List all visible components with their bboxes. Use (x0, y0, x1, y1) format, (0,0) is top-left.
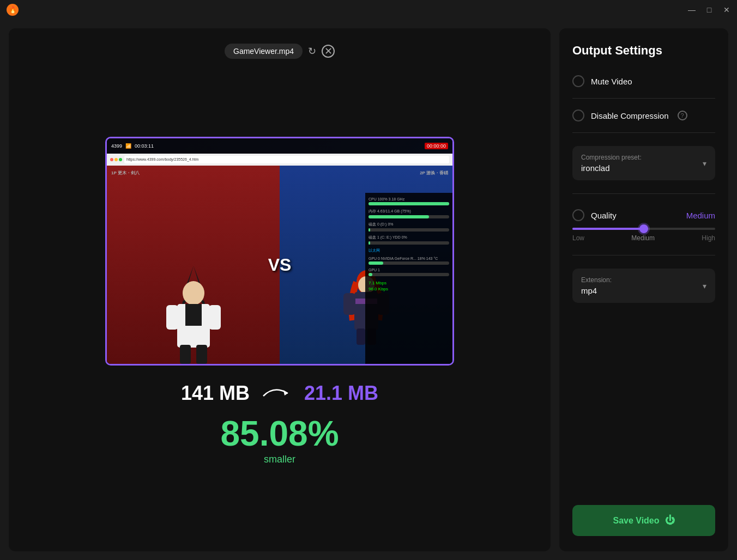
save-button-label: Save Video (613, 516, 659, 526)
close-button[interactable]: ✕ (723, 6, 730, 14)
download-speed: 7.1 Mbps (368, 281, 449, 285)
mute-video-label: Mute Video (591, 77, 632, 86)
info-icon[interactable]: ? (678, 111, 687, 120)
network-stat-row: 以太网 (368, 248, 449, 253)
svg-point-2 (183, 281, 204, 305)
app-logo: 🔥 (7, 4, 19, 16)
browser-dots (110, 158, 122, 161)
compression-preset-dropdown[interactable]: Compression preset: ironclad ▾ (572, 146, 715, 180)
mute-video-row: Mute Video (572, 73, 715, 89)
svg-rect-6 (209, 305, 221, 330)
slider-track (572, 228, 715, 230)
extension-label: Extension: (581, 276, 706, 284)
save-video-button[interactable]: Save Video ⏻ (572, 505, 715, 536)
window-controls: — □ ✕ (688, 6, 730, 14)
player1-label: 1P 更木・剑八 (111, 170, 140, 176)
svg-rect-13 (343, 293, 355, 315)
chevron-down-icon: ▾ (703, 159, 706, 168)
gpu1-bar-bg (368, 273, 449, 276)
slider-thumb[interactable] (639, 224, 648, 233)
svg-rect-7 (180, 345, 191, 364)
upload-speed: 96.0 Kbps (368, 287, 449, 291)
svg-rect-4 (185, 304, 202, 326)
extension-chevron-icon: ▾ (703, 282, 706, 290)
slider-label-medium: Medium (631, 234, 655, 242)
gpu1-stat: GPU 1 (368, 268, 449, 276)
memory-bar-bg (368, 215, 449, 218)
extension-dropdown[interactable]: Extension: mp4 ▾ (572, 269, 715, 303)
filename-bar: GameViewer.mp4 ↻ ✕ (225, 44, 335, 59)
quality-value: Medium (686, 211, 715, 220)
divider-3 (572, 193, 715, 194)
disk0-stat: 磁盘 0 (D:) 0% (368, 222, 449, 232)
game-content: 1P 更木・剑八 (107, 166, 452, 364)
url-text: https://www.4399.com/body/235526_4.htm (126, 157, 198, 161)
close-file-icon[interactable]: ✕ (322, 45, 335, 58)
compression-percent: 85.08% (220, 413, 339, 454)
disk1-label: 磁盘 1 (C: E:) YDD 0% (368, 235, 449, 240)
ui-text-3: 00:03:11 (135, 143, 154, 149)
p2-text: 2P 游涣・香硝 (420, 170, 448, 176)
quality-section: Quality Medium Low Medium High (572, 207, 715, 242)
extension-value: mp4 (581, 286, 706, 295)
video-frame: 4399 📶 00:03:11 00:00:00 https: (107, 138, 452, 364)
player2-label: 2P 游涣・香硝 (420, 170, 448, 176)
game-timer: 00:00:00 (425, 143, 448, 149)
cpu-bar-fill (368, 202, 449, 205)
anime-scene: 4399 📶 00:03:11 00:00:00 https: (107, 138, 452, 364)
power-icon: ⏻ (665, 515, 675, 526)
divider-4 (572, 255, 715, 255)
disk0-bar-bg (368, 228, 449, 232)
logo-icon: 🔥 (9, 6, 17, 14)
ui-text-1: 4399 (111, 143, 122, 149)
gpu0-bar-fill (368, 261, 383, 265)
browser-url-bar[interactable]: https://www.4399.com/body/235526_4.htm (124, 156, 449, 163)
main-container: GameViewer.mp4 ↻ ✕ 4399 📶 00:03:11 00:00… (0, 20, 737, 560)
disk1-stat: 磁盘 1 (C: E:) YDD 0% (368, 235, 449, 245)
quality-slider-container (572, 228, 715, 230)
compression-preset-label: Compression preset: (581, 154, 706, 161)
titlebar: 🔥 — □ ✕ (0, 0, 737, 20)
compressed-size: 21.1 MB (304, 382, 378, 405)
size-info: 141 MB 21.1 MB (181, 382, 378, 405)
disable-compression-row: Disable Compression ? (572, 107, 715, 124)
slider-labels: Low Medium High (572, 234, 715, 242)
disk1-bar-fill (368, 241, 370, 245)
filename-label: GameViewer.mp4 (225, 44, 303, 59)
original-size: 141 MB (181, 382, 250, 405)
network-speeds: 7.1 Mbps 96.0 Kbps (368, 281, 449, 291)
maximize-button[interactable]: □ (705, 6, 713, 14)
ui-text-2: 📶 (125, 143, 131, 149)
close-icon: ✕ (324, 45, 333, 57)
refresh-icon[interactable]: ↻ (308, 45, 316, 57)
character-left (161, 255, 226, 364)
quality-checkbox[interactable] (572, 209, 584, 221)
browser-dot-3 (119, 158, 122, 161)
cpu-stat: CPU 100% 3.18 GHz (368, 197, 449, 205)
stats-panel: CPU 100% 3.18 GHz 内存 4.63/11.4 GB (75%) (365, 193, 452, 364)
cpu-label: CPU 100% 3.18 GHz (368, 197, 449, 201)
quality-header: Quality Medium (572, 207, 715, 223)
svg-rect-5 (166, 305, 178, 330)
p1-text: 1P 更木・剑八 (111, 170, 140, 176)
slider-fill (572, 228, 644, 230)
browser-bar: https://www.4399.com/body/235526_4.htm (107, 154, 452, 166)
vs-text: VS (268, 254, 292, 275)
slider-label-low: Low (572, 234, 584, 242)
disk0-label: 磁盘 0 (D:) 0% (368, 222, 449, 227)
disk1-bar-bg (368, 241, 449, 245)
fighter-left: 1P 更木・剑八 (107, 166, 280, 364)
slider-label-high: High (702, 234, 715, 242)
quality-checkbox-row: Quality (572, 207, 617, 223)
disk0-bar-fill (368, 228, 370, 232)
mute-video-checkbox[interactable] (572, 75, 584, 87)
disable-compression-checkbox[interactable] (572, 109, 584, 121)
minimize-button[interactable]: — (688, 6, 696, 14)
quality-label: Quality (591, 211, 617, 220)
compression-preset-value: ironclad (581, 163, 706, 173)
gpu0-label: GPU 0 NVIDIA GeForce R... 18% 143 °C (368, 257, 449, 260)
divider-2 (572, 132, 715, 133)
memory-label: 内存 4.63/11.4 GB (75%) (368, 209, 449, 214)
cpu-bar-bg (368, 202, 449, 205)
gpu1-bar-fill (368, 273, 372, 276)
